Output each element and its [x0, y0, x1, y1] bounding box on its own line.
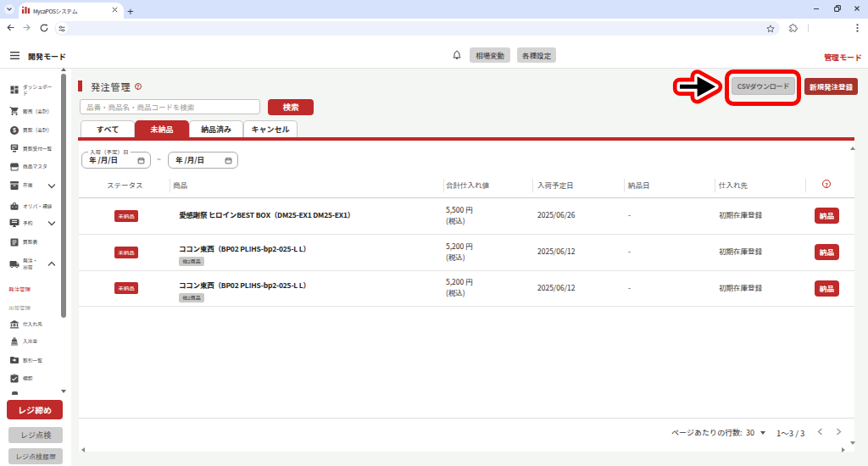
svg-text:$: $ — [13, 127, 16, 134]
svg-text:H: H — [14, 324, 15, 326]
